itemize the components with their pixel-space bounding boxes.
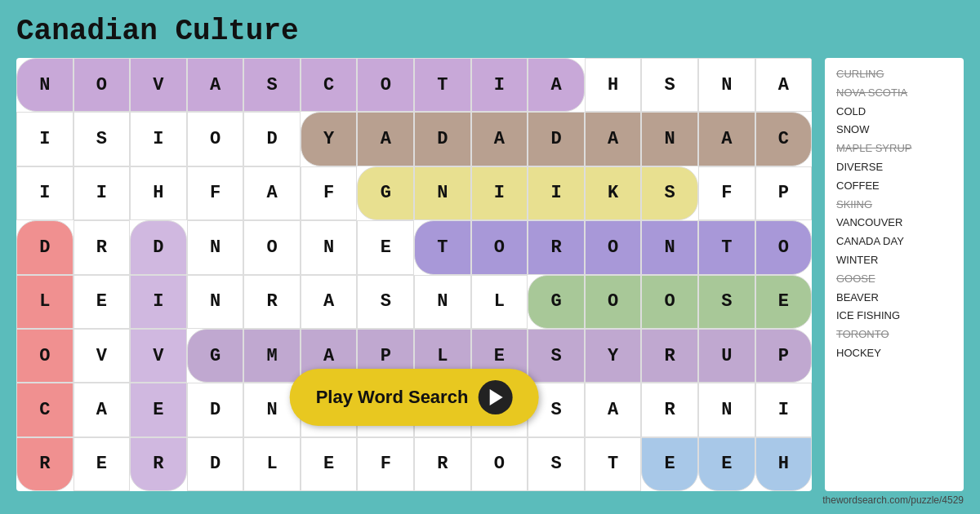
grid-cell: A xyxy=(698,112,755,166)
grid-cell: R xyxy=(528,220,585,274)
grid-cell: A xyxy=(243,166,301,220)
grid-row: I S I O D Y A D A D A N A C xyxy=(16,112,812,166)
word-list-item: NOVA SCOTIA xyxy=(836,85,952,102)
grid-cell: C xyxy=(16,383,74,436)
grid-cell: C xyxy=(755,112,812,166)
play-button-label: Play Word Search xyxy=(316,387,469,408)
grid-row: R E R D L E F R O S T E E H xyxy=(16,437,812,491)
grid-cell: C xyxy=(301,58,358,112)
grid-cell: I xyxy=(471,58,528,112)
word-list-item: BEAVER xyxy=(836,290,952,307)
word-list-item: COFFEE xyxy=(836,178,952,195)
footer: thewordsearch.com/puzzle/4529 xyxy=(16,491,964,506)
word-list-item: HOCKEY xyxy=(836,345,952,362)
words-panel: CURLINGNOVA SCOTIACOLDSNOWMAPLE SYRUPDIV… xyxy=(825,58,964,491)
grid-cell: V xyxy=(130,329,187,383)
grid-cell: T xyxy=(585,437,642,491)
word-list-item: SKIING xyxy=(836,197,952,214)
grid-cell: D xyxy=(528,112,585,166)
grid-cell: R xyxy=(641,383,698,436)
word-list-item: DIVERSE xyxy=(836,159,952,176)
grid-cell: O xyxy=(585,220,642,274)
grid-cell: E xyxy=(755,275,812,329)
page-title: Canadian Culture xyxy=(16,15,964,48)
grid-cell: N xyxy=(641,112,698,166)
grid-cell: A xyxy=(187,58,244,112)
grid-cell: S xyxy=(528,329,585,383)
grid-cell: E xyxy=(130,383,187,436)
grid-cell: N xyxy=(414,166,471,220)
grid-cell: O xyxy=(585,275,642,329)
grid-cell: D xyxy=(187,383,244,436)
grid-cell: O xyxy=(16,329,74,383)
grid-cell: A xyxy=(585,112,642,166)
grid-cell: Y xyxy=(585,329,642,383)
word-list-item: GOOSE xyxy=(836,271,952,288)
grid-cell: P xyxy=(755,166,812,220)
grid-cell: N xyxy=(301,220,358,274)
grid-cell: G xyxy=(528,275,585,329)
grid-cell: A xyxy=(357,112,414,166)
grid-cell: N xyxy=(187,220,244,274)
grid-cell: U xyxy=(698,329,755,383)
word-list-item: ICE FISHING xyxy=(836,308,952,325)
grid-cell: N xyxy=(187,275,244,329)
grid-cell: I xyxy=(471,166,528,220)
grid-cell: S xyxy=(698,275,755,329)
footer-url: thewordsearch.com/puzzle/4529 xyxy=(822,494,964,506)
grid-cell: O xyxy=(187,112,244,166)
grid-row: N O V A S C O T I A H S N A xyxy=(16,58,812,112)
grid-cell: N xyxy=(698,383,755,436)
grid-cell: G xyxy=(357,166,414,220)
word-list-item: SNOW xyxy=(836,122,952,139)
main-content: N O V A S C O T I A H S N A I xyxy=(16,58,964,491)
grid-cell: E xyxy=(301,437,358,491)
grid-cell: I xyxy=(74,166,131,220)
word-list-item: COLD xyxy=(836,104,952,121)
grid-cell: L xyxy=(471,275,528,329)
grid-cell: A xyxy=(471,112,528,166)
grid-cell: Y xyxy=(301,112,358,166)
grid-cell: K xyxy=(585,166,642,220)
word-list-item: MAPLE SYRUP xyxy=(836,140,952,157)
grid-cell: H xyxy=(130,166,187,220)
grid-cell: T xyxy=(414,58,471,112)
grid-cell: V xyxy=(74,329,131,383)
grid-cell: F xyxy=(698,166,755,220)
page-container: Canadian Culture N O V A S C O T I A H S xyxy=(0,0,980,514)
grid-cell: F xyxy=(357,437,414,491)
grid-cell: H xyxy=(755,437,812,491)
grid-cell: E xyxy=(698,437,755,491)
grid-cell: E xyxy=(641,437,698,491)
grid-cell: A xyxy=(74,383,131,436)
word-list-item: WINTER xyxy=(836,252,952,269)
play-button[interactable]: Play Word Search xyxy=(290,369,539,426)
grid-cell: O xyxy=(357,58,414,112)
grid-cell: R xyxy=(16,437,74,491)
grid-cell: O xyxy=(74,58,131,112)
grid-cell: O xyxy=(755,220,812,274)
grid-cell: N xyxy=(698,58,755,112)
grid-cell: V xyxy=(130,58,187,112)
word-list-item: CANADA DAY xyxy=(836,233,952,250)
grid-cell: F xyxy=(301,166,358,220)
grid-cell: S xyxy=(74,112,131,166)
grid-cell: D xyxy=(187,437,244,491)
grid-row: L E I N R A S N L G O O S E xyxy=(16,275,812,329)
grid-cell: S xyxy=(243,58,301,112)
puzzle-area: N O V A S C O T I A H S N A I xyxy=(16,58,812,491)
grid-cell: D xyxy=(414,112,471,166)
grid-row: D R D N O N E T O R O N T O xyxy=(16,220,812,274)
grid-cell: D xyxy=(130,220,187,274)
grid-cell: A xyxy=(528,58,585,112)
grid-cell: P xyxy=(755,329,812,383)
grid-cell: I xyxy=(755,383,812,436)
grid-cell: G xyxy=(187,329,244,383)
grid-cell: E xyxy=(74,437,131,491)
grid-cell: R xyxy=(130,437,187,491)
grid-cell: I xyxy=(130,275,187,329)
grid-cell: N xyxy=(641,220,698,274)
grid-cell: S xyxy=(641,166,698,220)
grid-cell: T xyxy=(414,220,471,274)
grid-cell: R xyxy=(243,275,301,329)
